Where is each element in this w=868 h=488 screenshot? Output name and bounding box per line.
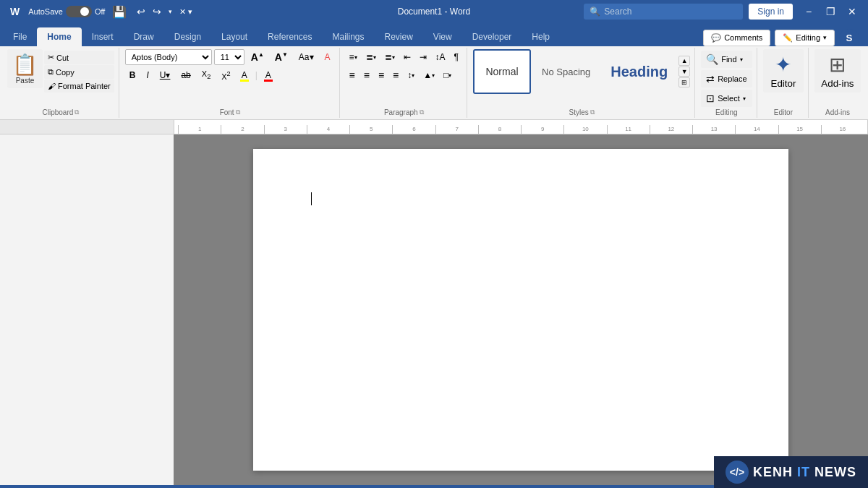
styles-scroll-up[interactable]: ▲ (678, 56, 690, 66)
sort-button[interactable]: ↕A (432, 49, 449, 65)
undo-dropdown[interactable]: ▾ (166, 7, 175, 17)
search-input[interactable] (584, 4, 743, 20)
ruler-mark-13: 13 (692, 125, 735, 134)
font-expand[interactable]: ⧉ (236, 108, 240, 116)
align-right-button[interactable]: ≡ (375, 67, 388, 83)
indent-decrease-button[interactable]: ⇤ (400, 49, 414, 65)
bold-button[interactable]: B (125, 67, 140, 83)
editor-button[interactable]: ✦ Editor (763, 49, 804, 93)
tab-help[interactable]: Help (522, 27, 560, 46)
ruler-mark-2: 2 (221, 125, 263, 134)
bullets-arrow: ▾ (354, 54, 357, 61)
clear-format-button[interactable]: A (320, 49, 335, 65)
close-button[interactable]: ✕ (842, 4, 862, 20)
paragraph-group-label: Paragraph ⧉ (346, 107, 462, 116)
tab-references[interactable]: References (258, 27, 322, 46)
styles-area: Normal No Spacing Heading ▲ ▼ ⊞ (473, 49, 690, 94)
restore-button[interactable]: ❐ (820, 4, 841, 20)
indent-decrease-icon: ⇤ (404, 52, 411, 62)
style-heading[interactable]: Heading (601, 49, 677, 94)
tab-mailings[interactable]: Mailings (322, 27, 374, 46)
editor-icon: ✦ (775, 53, 791, 77)
tab-developer[interactable]: Developer (462, 27, 522, 46)
styles-expand-btn[interactable]: ⧉ (590, 108, 595, 116)
tab-design[interactable]: Design (164, 27, 211, 46)
redo-button[interactable]: ↪ (150, 4, 164, 19)
styles-scroll-down[interactable]: ▼ (678, 67, 690, 77)
paragraph-expand[interactable]: ⧉ (420, 108, 424, 116)
multilevel-button[interactable]: ≣▾ (381, 49, 399, 65)
justify-button[interactable]: ≡ (389, 67, 402, 83)
indent-increase-icon: ⇥ (420, 52, 427, 62)
tab-file[interactable]: File (3, 27, 37, 46)
title-bar-center: Document1 - Word (292, 7, 577, 17)
font-color-button[interactable]: A (261, 67, 276, 83)
italic-button[interactable]: I (142, 67, 153, 83)
signin-button[interactable]: Sign in (749, 4, 793, 20)
strikethrough-button[interactable]: ab (176, 67, 195, 83)
tab-insert[interactable]: Insert (82, 27, 124, 46)
cut-label: Cut (56, 53, 69, 62)
copy-icon: ⧉ (48, 67, 54, 77)
save-button[interactable]: 💾 (109, 4, 129, 20)
style-normal[interactable]: Normal (473, 49, 531, 94)
tab-view[interactable]: View (423, 27, 462, 46)
clipboard-mini-buttons: ✂ Cut ⧉ Copy 🖌 Format Painter (44, 49, 114, 93)
underline-button[interactable]: U▾ (156, 67, 175, 83)
minimize-button[interactable]: − (799, 4, 819, 20)
find-button[interactable]: 🔍 Find ▾ (701, 51, 752, 68)
comments-button[interactable]: 💬 Comments (703, 30, 770, 46)
clipboard-expand[interactable]: ⧉ (75, 108, 79, 116)
align-center-button[interactable]: ≡ (360, 67, 373, 83)
decrease-font-button[interactable]: A▼ (271, 49, 292, 65)
shading-button[interactable]: ▲▾ (420, 67, 438, 83)
paragraph-content: ≡▾ ≣▾ ≣▾ ⇤ ⇥ ↕A (346, 49, 462, 107)
ruler-ticks: 1 2 3 4 5 6 7 8 9 10 11 12 13 14 15 16 (178, 120, 864, 134)
subscript-button[interactable]: X2 (197, 67, 215, 83)
change-case-button[interactable]: Aa▾ (294, 49, 318, 65)
show-para-button[interactable]: ¶ (451, 49, 462, 65)
ruler-mark-15: 15 (778, 125, 821, 134)
ruler-mark-16: 16 (821, 125, 864, 134)
editor-label: Editor (771, 78, 796, 89)
tab-layout[interactable]: Layout (211, 27, 258, 46)
format-painter-button[interactable]: 🖌 Format Painter (44, 80, 114, 93)
ruler-mark-14: 14 (735, 125, 778, 134)
customize-btn[interactable]: ✕ ▾ (179, 7, 192, 17)
copy-button[interactable]: ⧉ Copy (44, 65, 114, 79)
superscript-button[interactable]: X2 (217, 67, 234, 83)
ruler-mark-6: 6 (392, 125, 435, 134)
paste-button[interactable]: 📋 Paste (7, 49, 43, 88)
cut-button[interactable]: ✂ Cut (44, 51, 114, 64)
line-spacing-button[interactable]: ↕▾ (404, 67, 418, 83)
document-area[interactable] (174, 134, 868, 485)
replace-button[interactable]: ⇄ Replace (701, 70, 752, 87)
paste-label: Paste (16, 77, 35, 85)
font-name-select[interactable]: Aptos (Body) (125, 49, 212, 65)
document-page[interactable] (253, 149, 788, 471)
autosave-toggle[interactable] (66, 6, 92, 17)
addins-button[interactable]: ⊞ Add-ins (814, 49, 860, 93)
numbering-button[interactable]: ≣▾ (362, 49, 380, 65)
sort-icon: ↕A (435, 52, 446, 62)
tab-draw[interactable]: Draw (124, 27, 164, 46)
editing-mode-button[interactable]: ✏️ Editing ▾ (775, 30, 835, 46)
styles-expand[interactable]: ⊞ (678, 77, 690, 87)
style-nospacing[interactable]: No Spacing (532, 49, 600, 94)
style-heading-preview: Heading (610, 64, 668, 80)
text-highlight-button[interactable]: A (237, 67, 252, 83)
bullets-button[interactable]: ≡▾ (346, 49, 361, 65)
share-button[interactable]: S (839, 29, 859, 46)
tab-review[interactable]: Review (375, 27, 423, 46)
borders-button[interactable]: □▾ (440, 67, 455, 83)
increase-font-button[interactable]: A▲ (247, 49, 268, 65)
undo-button[interactable]: ↩ (134, 4, 148, 19)
window-controls: − ❐ ✕ (799, 4, 862, 20)
select-button[interactable]: ⊡ Select ▾ (701, 90, 752, 107)
align-left-button[interactable]: ≡ (346, 67, 359, 83)
tab-home[interactable]: Home (37, 27, 81, 46)
bullets-icon: ≡ (349, 52, 354, 62)
indent-increase-button[interactable]: ⇥ (416, 49, 430, 65)
toggle-knob (80, 7, 89, 16)
font-size-select[interactable]: 11 (214, 49, 244, 65)
